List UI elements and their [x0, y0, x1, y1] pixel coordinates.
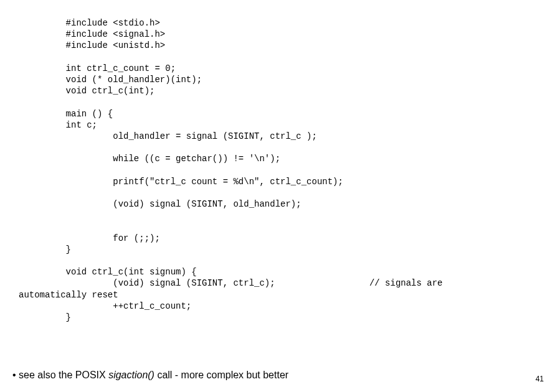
bullet-note: • see also the POSIX sigaction() call - …: [12, 370, 288, 381]
page-number: 41: [536, 375, 544, 383]
bullet-func: sigaction(): [108, 370, 154, 380]
bullet-suffix: call - more complex but better: [154, 370, 288, 380]
code-block: #include <stdio.h> #include <signal.h> #…: [19, 17, 443, 323]
bullet-prefix: • see also the POSIX: [12, 370, 108, 380]
